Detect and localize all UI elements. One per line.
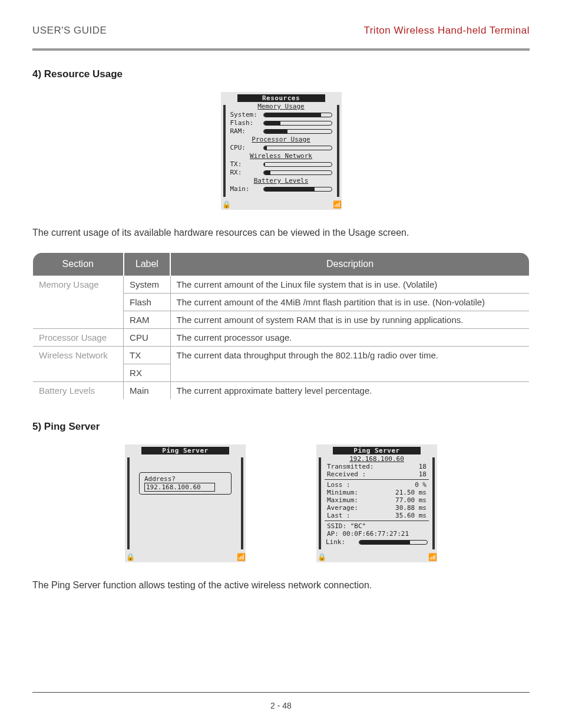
ping-stat-row: Received :18 — [327, 470, 427, 478]
resource-table: Section Label Description Memory Usage S… — [32, 252, 530, 400]
resources-screenshot: 🔒 📶 Resources Memory UsageSystem:Flash:R… — [221, 92, 342, 210]
cell-section: Memory Usage — [33, 276, 124, 329]
ping-stat-row: Transmitted:18 — [327, 463, 427, 470]
wifi-icon: 📶 — [333, 200, 342, 209]
resource-row: Flash: — [230, 119, 332, 127]
ping-stat-key: Received : — [327, 470, 366, 478]
footer-divider — [32, 692, 530, 693]
cell-label: Main — [124, 382, 170, 400]
cell-desc: The current amount of the 4MiB /mnt flas… — [170, 294, 529, 311]
cell-section: Wireless Network — [33, 347, 124, 382]
resource-label: RAM: — [230, 127, 263, 135]
header-divider — [32, 48, 530, 51]
page-number: 2 - 48 — [0, 701, 562, 710]
cell-desc: The current processor usage. — [170, 329, 529, 347]
resource-bar — [263, 187, 332, 192]
resource-bar — [263, 146, 332, 150]
resource-row: RAM: — [230, 127, 332, 135]
section-5-body: The Ping Server function allows testing … — [32, 579, 530, 592]
th-label: Label — [124, 253, 170, 276]
cell-desc: The current data throughput through the … — [170, 347, 529, 382]
link-bar — [359, 540, 428, 545]
lcd-title: Ping Server — [141, 447, 229, 454]
resource-row: TX: — [230, 160, 332, 168]
resource-label: Flash: — [230, 119, 263, 127]
ping-stat-key: Minimum: — [327, 489, 358, 496]
cell-label: TX — [124, 347, 170, 364]
lcd-subheading: Battery Levels — [229, 177, 333, 185]
lcd-subheading: Processor Usage — [229, 136, 333, 143]
wifi-icon: 📶 — [237, 553, 246, 561]
resource-bar — [263, 162, 332, 167]
header-right: Triton Wireless Hand-held Terminal — [363, 25, 530, 37]
resource-label: System: — [230, 111, 263, 118]
ping-stat-value: 77.00 ms — [395, 496, 427, 504]
resource-bar — [263, 129, 332, 134]
lock-icon: 🔒 — [318, 553, 326, 561]
cell-desc: The current amount of the Linux file sys… — [170, 276, 529, 294]
resource-label: TX: — [230, 160, 263, 168]
ping-stat-value: 30.88 ms — [395, 504, 427, 512]
lcd-subheading: Memory Usage — [229, 103, 333, 110]
resource-bar — [263, 121, 332, 126]
ping-stat-value: 0 % — [415, 481, 427, 489]
ping-stat-key: Last : — [327, 512, 351, 519]
ping-stat-value: 18 — [419, 463, 427, 470]
section-4-heading: 4) Resource Usage — [32, 68, 530, 80]
resource-row: System: — [230, 111, 332, 118]
resource-row: Main: — [230, 185, 332, 193]
resource-label: CPU: — [230, 144, 263, 151]
ping-stat-row: Maximum:77.00 ms — [327, 496, 427, 504]
ping-ap: AP: 00:0F:66:77:27:21 — [327, 530, 427, 538]
ping-results-screenshot: 🔒 📶 Ping Server 192.168.100.60 Transmitt… — [316, 444, 437, 562]
ping-stat-key: Maximum: — [327, 496, 358, 504]
cell-label: Flash — [124, 294, 170, 311]
cell-section: Processor Usage — [33, 329, 124, 347]
ping-stat-value: 21.50 ms — [395, 489, 427, 496]
resource-bar — [263, 170, 332, 175]
cell-label: CPU — [124, 329, 170, 347]
section-5-heading: 5) Ping Server — [32, 421, 530, 433]
wifi-icon: 📶 — [428, 553, 437, 561]
resource-label: Main: — [230, 185, 263, 193]
ping-stat-value: 18 — [419, 470, 427, 478]
ping-stat-key: Transmitted: — [327, 463, 373, 470]
header-left: USER'S GUIDE — [32, 25, 107, 37]
resource-row: CPU: — [230, 144, 332, 151]
cell-label: System — [124, 276, 170, 294]
cell-section: Battery Levels — [33, 382, 124, 400]
section-4-body: The current usage of its available hardw… — [32, 226, 530, 239]
th-description: Description — [170, 253, 529, 276]
lcd-title: Ping Server — [333, 447, 421, 454]
ping-address-screenshot: 🔒 📶 Ping Server Address? 192.168.100.60 — [125, 444, 246, 562]
cell-desc: The current amount of system RAM that is… — [170, 311, 529, 329]
ping-address-input[interactable]: 192.168.100.60 — [144, 483, 215, 492]
lock-icon: 🔒 — [126, 553, 135, 561]
ping-stat-row: Loss :0 % — [327, 481, 427, 489]
ping-stat-row: Average:30.88 ms — [327, 504, 427, 512]
cell-label: RAM — [124, 311, 170, 329]
th-section: Section — [33, 253, 124, 276]
lock-icon: 🔒 — [222, 200, 231, 209]
ping-stat-value: 35.60 ms — [395, 512, 427, 519]
lcd-subheading: Wireless Network — [229, 152, 333, 160]
page-header: USER'S GUIDE Triton Wireless Hand-held T… — [32, 25, 530, 37]
ping-stat-key: Loss : — [327, 481, 351, 489]
ping-stat-row: Last :35.60 ms — [327, 512, 427, 519]
cell-label: RX — [124, 364, 170, 382]
resource-row: RX: — [230, 169, 332, 176]
resource-bar — [263, 113, 332, 117]
resource-label: RX: — [230, 169, 263, 176]
link-label: Link: — [326, 538, 359, 546]
lcd-title: Resources — [237, 94, 325, 102]
ping-prompt: Address? — [144, 475, 226, 483]
ping-ssid: SSID: "BC" — [327, 522, 427, 530]
ping-stat-key: Average: — [327, 504, 358, 512]
ping-stat-row: Minimum:21.50 ms — [327, 489, 427, 496]
ping-ip: 192.168.100.60 — [325, 455, 429, 463]
cell-desc: The current approximate battery level pe… — [170, 382, 529, 400]
